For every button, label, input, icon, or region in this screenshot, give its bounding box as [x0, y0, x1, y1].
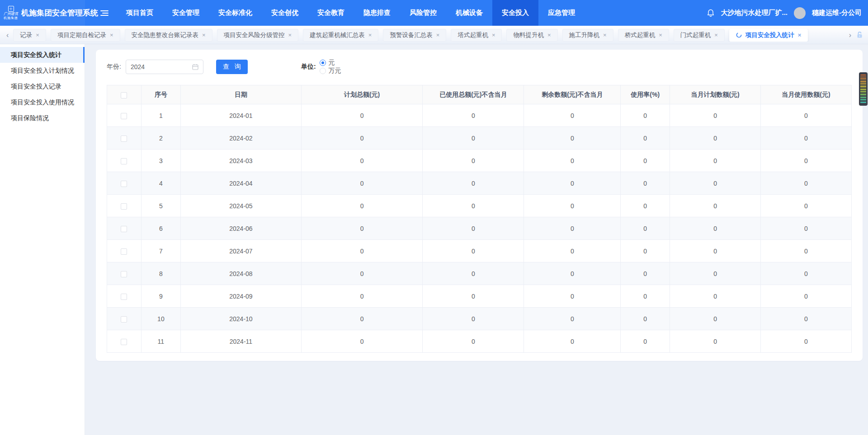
tab-close-icon[interactable]: × — [659, 32, 662, 38]
tab-close-icon[interactable]: × — [492, 32, 495, 38]
row-checkbox[interactable] — [121, 158, 127, 164]
value-cell-1: 0 — [301, 104, 422, 127]
sidebar-item-3[interactable]: 项目安全投入记录 — [0, 79, 85, 94]
sidebar-collapse-icon[interactable] — [100, 0, 108, 26]
tab-label: 记录 — [20, 31, 32, 39]
unit-options: 元万元 — [320, 59, 348, 75]
tab-close-icon[interactable]: × — [202, 32, 206, 38]
value-cell-6: 0 — [761, 150, 852, 172]
project-selector[interactable]: 大沙地污水处理厂扩... — [721, 9, 788, 17]
tab-9[interactable]: 施工升降机× — [562, 29, 613, 42]
nav-item-2[interactable]: 安全管理 — [163, 0, 209, 26]
tab-5[interactable]: 建筑起重机械汇总表× — [303, 29, 378, 42]
tab-close-icon[interactable]: × — [798, 32, 802, 38]
row-select-cell — [107, 308, 142, 330]
seq-cell: 6 — [141, 217, 180, 240]
value-cell-1: 0 — [301, 150, 422, 172]
row-checkbox[interactable] — [121, 226, 127, 232]
value-cell-2: 0 — [423, 217, 524, 240]
table-row: 102024-10000000 — [107, 308, 852, 330]
tab-close-icon[interactable]: × — [36, 32, 39, 38]
column-header-1: 序号 — [141, 85, 180, 104]
notification-bell-icon[interactable] — [707, 9, 714, 17]
tabs-scroll-left-icon[interactable]: ‹ — [5, 32, 9, 39]
nav-item-3[interactable]: 安全标准化 — [209, 0, 262, 26]
calendar-icon — [192, 64, 198, 70]
sidebar-item-2[interactable]: 项目安全投入计划情况 — [0, 63, 85, 79]
nav-item-7[interactable]: 风险管控 — [400, 0, 446, 26]
value-cell-1: 0 — [301, 285, 422, 308]
tab-close-icon[interactable]: × — [714, 32, 718, 38]
seq-cell: 8 — [141, 262, 180, 285]
value-cell-3: 0 — [524, 330, 621, 353]
browser-extension-handle[interactable] — [859, 72, 868, 106]
tab-close-icon[interactable]: × — [288, 32, 292, 38]
tab-2[interactable]: 项目定期自检记录× — [51, 29, 120, 42]
tab-7[interactable]: 塔式起重机× — [451, 29, 502, 42]
year-value: 2024 — [131, 63, 145, 70]
date-cell: 2024-08 — [181, 262, 302, 285]
tab-close-icon[interactable]: × — [368, 32, 372, 38]
unit-option-2[interactable]: 万元 — [320, 67, 341, 75]
value-cell-3: 0 — [524, 104, 621, 127]
sidebar-item-5[interactable]: 项目保险情况 — [0, 110, 85, 126]
tabs-scroll-right-icon[interactable]: › — [848, 32, 852, 39]
unit-option-1[interactable]: 元 — [320, 59, 341, 67]
row-checkbox[interactable] — [121, 248, 127, 255]
nav-item-4[interactable]: 安全创优 — [262, 0, 308, 26]
value-cell-5: 0 — [670, 127, 761, 150]
year-input[interactable]: 2024 — [126, 60, 203, 74]
tab-11[interactable]: 门式起重机× — [674, 29, 725, 42]
tab-close-icon[interactable]: × — [603, 32, 607, 38]
row-checkbox[interactable] — [121, 203, 127, 210]
top-nav: 项目首页安全管理安全标准化安全创优安全教育隐患排查风险管控机械设备安全投入应急管… — [117, 0, 585, 26]
nav-item-5[interactable]: 安全教育 — [308, 0, 354, 26]
sidebar-item-1[interactable]: 项目安全投入统计 — [0, 47, 85, 63]
value-cell-3: 0 — [524, 127, 621, 150]
value-cell-5: 0 — [670, 262, 761, 285]
date-cell: 2024-11 — [181, 330, 302, 353]
table-row: 82024-08000000 — [107, 262, 852, 285]
nav-item-1[interactable]: 项目首页 — [117, 0, 163, 26]
tab-12[interactable]: 项目安全投入统计× — [729, 29, 808, 42]
avatar[interactable] — [794, 7, 806, 19]
row-checkbox[interactable] — [121, 271, 127, 277]
value-cell-2: 0 — [423, 330, 524, 353]
column-header-3: 计划总额(元) — [301, 85, 422, 104]
row-checkbox[interactable] — [121, 136, 127, 142]
lock-icon[interactable] — [856, 31, 863, 39]
row-checkbox[interactable] — [121, 113, 127, 119]
value-cell-4: 0 — [621, 285, 670, 308]
tab-10[interactable]: 桥式起重机× — [618, 29, 669, 42]
row-select-cell — [107, 127, 142, 150]
tab-close-icon[interactable]: × — [110, 32, 113, 38]
column-header-4: 已使用总额(元)不含当月 — [423, 85, 524, 104]
row-select-cell — [107, 240, 142, 262]
user-name[interactable]: 穗建运维-分公司 — [812, 9, 862, 17]
tab-1[interactable]: 记录× — [13, 29, 46, 42]
tab-6[interactable]: 预警设备汇总表× — [383, 29, 446, 42]
row-select-cell — [107, 172, 142, 195]
value-cell-5: 0 — [670, 217, 761, 240]
nav-item-6[interactable]: 隐患排查 — [354, 0, 400, 26]
nav-item-8[interactable]: 机械设备 — [446, 0, 492, 26]
value-cell-6: 0 — [761, 104, 852, 127]
row-select-cell — [107, 285, 142, 308]
search-button[interactable]: 查 询 — [216, 60, 248, 74]
value-cell-1: 0 — [301, 217, 422, 240]
tab-4[interactable]: 项目安全风险分级管控× — [217, 29, 299, 42]
sidebar-item-4[interactable]: 项目安全投入使用情况 — [0, 94, 85, 110]
nav-item-9[interactable]: 安全投入 — [492, 0, 538, 26]
row-checkbox[interactable] — [121, 294, 127, 300]
value-cell-3: 0 — [524, 285, 621, 308]
row-checkbox[interactable] — [121, 316, 127, 323]
tab-8[interactable]: 物料提升机× — [506, 29, 557, 42]
tab-close-icon[interactable]: × — [547, 32, 551, 38]
row-checkbox[interactable] — [121, 181, 127, 187]
tab-3[interactable]: 安全隐患整改台账记录表× — [125, 29, 212, 42]
select-all-checkbox[interactable] — [121, 92, 127, 98]
company-logo: 十 广州建筑 机施集团 — [4, 6, 18, 19]
tab-close-icon[interactable]: × — [436, 32, 440, 38]
nav-item-10[interactable]: 应急管理 — [538, 0, 585, 26]
row-checkbox[interactable] — [121, 339, 127, 345]
